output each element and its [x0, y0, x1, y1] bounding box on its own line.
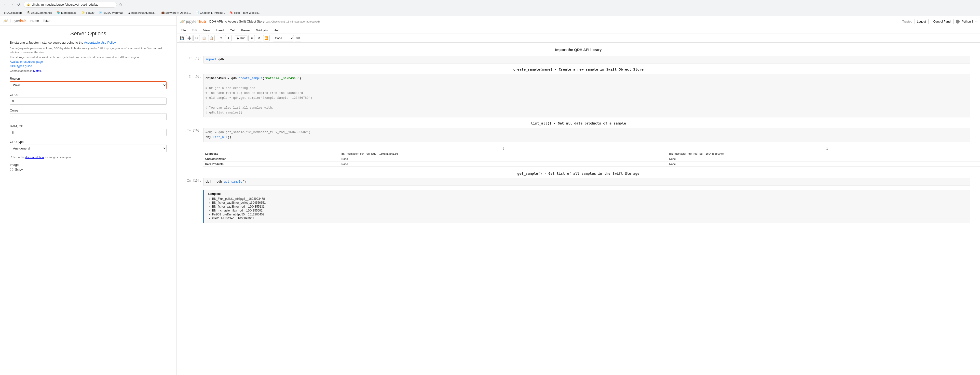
bookmark-ec2hadoop[interactable]: 🖥 EC2Hadoop — [2, 11, 23, 15]
marketplace-icon: 🏪 — [57, 11, 60, 14]
notebook-logo: 🪐 jupyterhub — [180, 19, 206, 24]
gpu-type-select[interactable]: Any general — [10, 145, 167, 152]
software-icon: 💼 — [161, 11, 165, 14]
menu-insert[interactable]: Insert — [215, 28, 225, 33]
menu-file[interactable]: File — [180, 28, 187, 33]
row-char-c1: None — [667, 157, 980, 161]
cores-input[interactable] — [10, 113, 167, 120]
paste-cell-btn[interactable]: 📋 — [208, 35, 215, 41]
restart-btn[interactable]: ↺ — [256, 35, 262, 41]
left-panel: 🪐 jupyterhub Home Token Server Options B… — [0, 16, 177, 375]
cell-4-row: In [15]: obj = qdh.get_sample() — [186, 178, 970, 186]
menu-widgets[interactable]: Widgets — [255, 28, 269, 33]
cell-3-code[interactable]: #obj = qdh.get_sample("BN_mcmaster_flux_… — [203, 128, 970, 142]
row-data-c0: None — [339, 161, 667, 167]
server-subtitle: By starting a Jupyter instance you're ag… — [10, 41, 167, 44]
nav-home-link[interactable]: Home — [30, 19, 39, 22]
bookmark-software[interactable]: 💼 Software » OpenS... — [160, 11, 192, 15]
cell-4-prompt: In [15]: — [186, 178, 201, 182]
menu-edit[interactable]: Edit — [191, 28, 198, 33]
jupyterhub-nav: 🪐 jupyterhub Home Token — [0, 16, 177, 25]
region-section: Region West East — [10, 77, 167, 89]
notebook-nav-left: 🪐 jupyterhub QDH APIs to Access Swift Ob… — [180, 19, 320, 24]
cell-1-row: In [1]: import qdh — [186, 55, 970, 63]
bookmark-sdsc-webmail[interactable]: 📧 SDSC Webmail — [98, 11, 124, 15]
run-btn[interactable]: ▶ Run — [235, 36, 247, 41]
code-line-2 — [205, 81, 968, 86]
bookmark-quantumda[interactable]: ▲ https://quantumda... — [127, 11, 158, 15]
menu-view[interactable]: View — [202, 28, 211, 33]
webmail-icon: 📧 — [99, 11, 103, 14]
documentation-link[interactable]: documentation — [25, 156, 44, 158]
cell-4-code[interactable]: obj = qdh.get_sample() — [203, 178, 970, 186]
bookmark-help-ibm[interactable]: 🔖 Help – IBM WebSp... — [229, 11, 261, 15]
section4-wrapper: get_sample() - Get list of all samples i… — [186, 172, 970, 223]
cell-type-select[interactable]: Code Markdown Raw — [273, 35, 294, 41]
save-toolbar-btn[interactable]: 💾 — [179, 35, 185, 41]
code-comment-3: # old_sample = qdh.get_sample("Example_S… — [205, 96, 968, 100]
menu-help[interactable]: Help — [273, 28, 282, 33]
section1-title: Import the QDH API library — [186, 47, 970, 52]
table-col-1: 1 — [667, 146, 980, 151]
notebook-logo-hub: hub — [199, 19, 206, 24]
gpu-types-link[interactable]: GPU types guide — [10, 65, 167, 68]
row-label-data: Data Products — [203, 161, 339, 167]
region-select[interactable]: West East — [10, 81, 167, 89]
cut-cell-btn[interactable]: ✂ — [193, 35, 200, 41]
keyboard-shortcuts-btn[interactable]: ⌨ — [295, 35, 301, 41]
notebook-title: QDH APIs to Access Swift Object Store — [209, 20, 264, 23]
browser-chrome: ← → ↺ 🔒 qjhub.nrp-nautilus.io/user/shpur… — [0, 0, 980, 9]
cell-1-code[interactable]: import qdh — [203, 55, 970, 63]
control-panel-button[interactable]: Control Panel — [931, 19, 954, 24]
refresh-button[interactable]: ↺ — [16, 2, 22, 8]
add-cell-btn[interactable]: ➕ — [186, 35, 192, 41]
gpu-type-label: GPU type — [10, 140, 167, 144]
notebook-content: Import the QDH API library In [1]: impor… — [177, 43, 980, 375]
row-logbooks-c0: BN_mcmaster_flux_rod_log2__1605813561.tx… — [339, 151, 667, 157]
back-button[interactable]: ← — [2, 2, 8, 8]
quantumda-icon: ▲ — [128, 11, 130, 14]
table-col-empty — [203, 146, 339, 151]
gpus-input[interactable] — [10, 98, 167, 104]
menu-kernel[interactable]: Kernel — [240, 28, 251, 33]
output-table: 0 1 Logbooks BN_mcmaster_flux_rod_log2__… — [203, 146, 980, 167]
bookmark-marketplace[interactable]: 🏪 Marketplace — [56, 11, 78, 15]
menu-cell[interactable]: Cell — [229, 28, 236, 33]
forward-button[interactable]: → — [9, 2, 15, 8]
code-comment-2: # The name (with ID) can be copied from … — [205, 91, 968, 96]
gpus-section: GPUs — [10, 93, 167, 104]
bookmark-chapter1[interactable]: 📄 Chapter 1. Introdu... — [195, 11, 226, 15]
samples-output: Samples: BN_Flux_pellet1_nb8pg8__1603993… — [203, 190, 970, 223]
cell-2-prompt: In [5]: — [186, 74, 201, 78]
code-comment-4: # You can also list all samples with: — [205, 105, 968, 110]
ram-input[interactable] — [10, 129, 167, 136]
matrix-link[interactable]: Matrix. — [33, 70, 42, 72]
code-line-list: obj.list_all() — [205, 135, 968, 140]
bookmark-beauty[interactable]: ✨ Beauty — [81, 11, 95, 15]
cell-3: In [16]: #obj = qdh.get_sample("BN_mcmas… — [186, 128, 970, 142]
server-note-2: The storage is created in West ceph pool… — [10, 55, 167, 59]
jupyter-text: jupyterhub — [10, 19, 27, 23]
logout-button[interactable]: Logout — [914, 19, 929, 24]
server-options-content: Server Options By starting a Jupyter ins… — [0, 25, 177, 375]
cell-2-code[interactable]: objGaNb4Se8 = qdh.create_sample("materia… — [203, 74, 970, 117]
move-up-btn[interactable]: ⬆ — [218, 35, 224, 41]
scipy-radio[interactable] — [10, 168, 13, 171]
acceptable-use-policy-link[interactable]: Acceptable Use Policy — [84, 41, 116, 44]
move-down-btn[interactable]: ⬇ — [225, 35, 232, 41]
restart-run-btn[interactable]: ⏩ — [263, 35, 270, 41]
nav-token-link[interactable]: Token — [43, 19, 51, 22]
left-address-bar[interactable]: 🔒 qjhub.nrp-nautilus.io/user/shpurawat_u… — [24, 2, 117, 8]
section3-wrapper: list_all() - Get all data products of a … — [186, 121, 970, 167]
copy-cell-btn[interactable]: 📋 — [201, 35, 207, 41]
star-button[interactable]: ☆ — [119, 2, 122, 7]
cell-2: In [5]: objGaNb4Se8 = qdh.create_sample(… — [186, 74, 970, 117]
interrupt-btn[interactable]: ■ — [248, 35, 255, 41]
code-comment-6: #obj = qdh.get_sample("BN_mcmaster_flux_… — [205, 130, 968, 135]
available-resources-link[interactable]: Available resources page — [10, 60, 167, 63]
sample-item-1: BN_fisher_vacSinter_pellet_1604356351 — [212, 201, 967, 204]
left-url-text: qjhub.nrp-nautilus.io/user/shpurawat_ucs… — [32, 3, 99, 6]
bookmark-linuxcommands[interactable]: 🐧 LinuxCommands — [26, 11, 53, 15]
ec2hadoop-icon: 🖥 — [3, 11, 6, 14]
section2-title: create_sample(name) - Create a new sampl… — [186, 67, 970, 71]
